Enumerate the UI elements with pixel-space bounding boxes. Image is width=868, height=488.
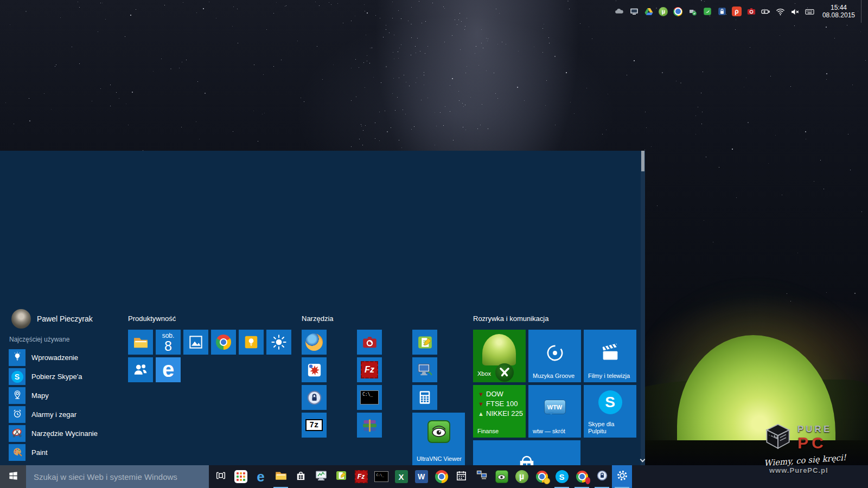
- taskbar-app-kitty[interactable]: [471, 465, 492, 488]
- wifi-icon[interactable]: [775, 6, 786, 17]
- most-used-item-wycinanie[interactable]: Narzędzie Wycinanie: [9, 425, 119, 442]
- volume-muted-icon[interactable]: [790, 6, 801, 17]
- taskbar-app-file-explorer[interactable]: [271, 465, 291, 488]
- 7zip-icon: 7z: [302, 413, 327, 438]
- google-drive-icon[interactable]: [643, 6, 654, 17]
- tile-wtw-skrot[interactable]: WTW wtw — skrót: [528, 385, 581, 438]
- taskbar-app-ultravnc[interactable]: [492, 465, 512, 488]
- task-view-button[interactable]: [210, 465, 231, 488]
- tile-edge[interactable]: e: [156, 357, 181, 382]
- group-title-narzedzia[interactable]: Narzędzia: [302, 314, 334, 323]
- chrome-icon[interactable]: [673, 6, 684, 17]
- clock-date: 08.08.2015: [822, 11, 855, 19]
- most-used-item-mapy[interactable]: Mapy: [9, 387, 119, 404]
- utorrent-icon: µ: [515, 470, 528, 483]
- skype-icon: S: [11, 371, 23, 383]
- tile-calculator[interactable]: [412, 385, 437, 410]
- onedrive-cloud-icon[interactable]: [614, 6, 625, 17]
- taskbar-app-command-prompt[interactable]: C:\_: [371, 465, 391, 488]
- taskbar-app-chrome-red[interactable]: [572, 465, 592, 488]
- tile-filmy[interactable]: Filmy i telewizja: [584, 330, 636, 382]
- taskbar-app-store[interactable]: [291, 465, 311, 488]
- tile-chrome[interactable]: [211, 330, 236, 355]
- taskbar-app-filezilla[interactable]: Fz: [351, 465, 371, 488]
- keepass-lock-icon[interactable]: [717, 6, 727, 17]
- green-messenger-icon[interactable]: [702, 6, 713, 17]
- taskbar-app-notepad-plus-plus[interactable]: [331, 465, 351, 488]
- most-used-label: Pobierz Skype'a: [31, 373, 82, 381]
- utorrent-icon[interactable]: µ: [658, 6, 669, 17]
- monitor-icon[interactable]: [629, 6, 640, 17]
- tile-paint-splash-app[interactable]: [302, 357, 327, 382]
- taskbar-search[interactable]: [26, 465, 209, 488]
- taskbar-app-edge[interactable]: e: [251, 465, 271, 488]
- tile-finanse[interactable]: ▼DOW ▼FTSE 100 ▲NIKKEI 225 Finanse: [473, 385, 526, 438]
- tile-file-explorer[interactable]: [128, 330, 153, 355]
- tile-people[interactable]: [128, 357, 153, 382]
- search-input[interactable]: [26, 465, 209, 488]
- taskbar-app-settings[interactable]: [612, 465, 632, 488]
- scroll-down-arrow-icon[interactable]: [641, 458, 645, 462]
- taskbar-app-utorrent[interactable]: µ: [512, 465, 532, 488]
- start-button[interactable]: [0, 465, 26, 488]
- most-used-label: Mapy: [31, 391, 49, 400]
- tile-remote-desktop-classic[interactable]: [412, 357, 437, 382]
- taskbar-app-skype[interactable]: S: [552, 465, 572, 488]
- taskbar-app-performance-monitor[interactable]: [311, 465, 331, 488]
- taskbar-app-word[interactable]: W: [411, 465, 431, 488]
- tile-ultravnc-viewer[interactable]: UltraVNC Viewer: [412, 413, 465, 465]
- most-used-item-alarmy[interactable]: Alarmy i zegar: [9, 406, 119, 423]
- tile-weather[interactable]: [266, 330, 291, 355]
- usb-eject-icon[interactable]: [687, 6, 698, 17]
- power-plug-icon[interactable]: [761, 6, 771, 17]
- keepass-lock-icon: [302, 385, 327, 410]
- store-bag-icon: [295, 470, 307, 484]
- stock-quotes: ▼DOW ▼FTSE 100 ▲NIKKEI 225: [478, 389, 523, 419]
- most-used-header: Najczęściej używane: [9, 336, 69, 343]
- keyboard-icon[interactable]: [805, 6, 815, 17]
- start-menu-scrollbar[interactable]: [641, 151, 645, 465]
- taskbar-app-excel[interactable]: X: [391, 465, 411, 488]
- red-camera-icon: [357, 330, 382, 355]
- taskbar-app-calendar[interactable]: [451, 465, 471, 488]
- taskbar-clock[interactable]: 15:44 08.08.2015: [819, 4, 857, 19]
- most-used-item-skype[interactable]: S Pobierz Skype'a: [9, 368, 119, 385]
- tile-muzyka-groove[interactable]: Muzyka Groove: [528, 330, 581, 382]
- show-desktop-button[interactable]: [861, 0, 864, 23]
- group-title-produktywnosc[interactable]: Produktywność: [128, 314, 176, 323]
- tile-winrar[interactable]: [357, 413, 382, 438]
- tile-skype-dla-pulpitu[interactable]: S Skype dla Pulpitu: [584, 385, 636, 438]
- most-used-item-paint[interactable]: Paint: [9, 444, 119, 461]
- snipping-scissors-icon: [11, 427, 23, 441]
- tile-calendar[interactable]: sob. 8: [156, 330, 181, 355]
- picpick-icon[interactable]: ρ: [731, 6, 742, 17]
- tile-google-keep[interactable]: [239, 330, 264, 355]
- tile-notepad-plus-plus[interactable]: [412, 330, 437, 355]
- tile-7zip[interactable]: 7z: [302, 413, 327, 438]
- notepad-plus-plus-icon: [335, 469, 348, 484]
- filezilla-icon: Fz: [355, 470, 368, 483]
- gear-icon: [616, 470, 628, 484]
- user-avatar[interactable]: [11, 309, 31, 329]
- tile-sklep[interactable]: Sklep: [473, 440, 580, 465]
- tile-command-prompt[interactable]: C:\_: [357, 385, 382, 410]
- taskbar-app-keepass[interactable]: [592, 465, 612, 488]
- tile-xbox[interactable]: Xbox: [473, 330, 526, 382]
- taskbar-app-chrome-emoji[interactable]: [532, 465, 552, 488]
- group-title-rozrywka[interactable]: Rozrywka i komunikacja: [473, 314, 548, 323]
- red-camera-icon[interactable]: [746, 6, 757, 17]
- desktop[interactable]: Pawel Pieczyrak Najczęściej używane Wpro…: [0, 0, 868, 488]
- excel-icon: X: [395, 470, 408, 483]
- most-used-item-wprowadzenie[interactable]: Wprowadzenie: [9, 349, 119, 366]
- scrollbar-thumb[interactable]: [641, 151, 644, 171]
- tile-photos[interactable]: [183, 330, 208, 355]
- tile-filezilla[interactable]: Fz: [357, 357, 382, 382]
- most-used-label: Narzędzie Wycinanie: [31, 429, 98, 438]
- user-name[interactable]: Pawel Pieczyrak: [37, 314, 93, 323]
- tile-firefox[interactable]: [302, 330, 327, 355]
- tile-red-camera-app[interactable]: [357, 330, 382, 355]
- taskbar-app-apps-grid[interactable]: [231, 465, 251, 488]
- tile-keepass[interactable]: [302, 385, 327, 410]
- taskbar: e Fz C:\_ X W: [0, 465, 868, 488]
- taskbar-app-chrome[interactable]: [431, 465, 451, 488]
